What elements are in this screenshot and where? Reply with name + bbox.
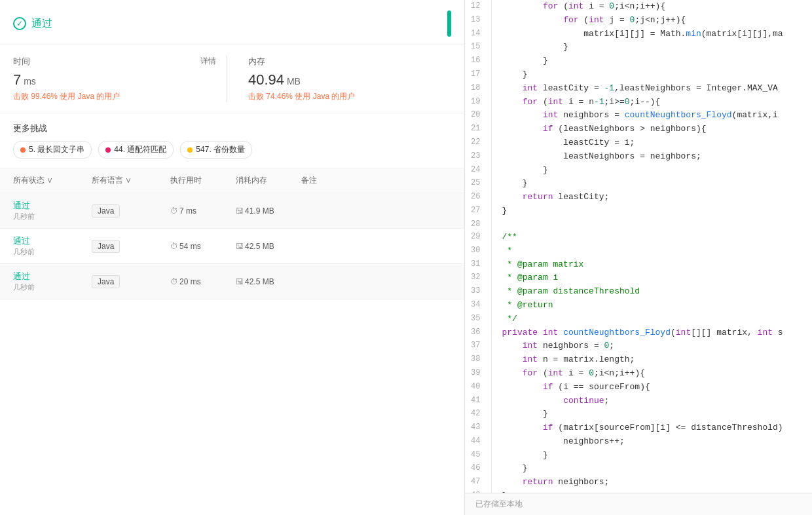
code-line-row: 13 for (int j = 0;j<n;j++){ xyxy=(465,14,812,28)
col-status-header: 所有状态 ∨ xyxy=(13,175,92,186)
status-pass: ✓ 通过 xyxy=(13,17,52,31)
line-number: 42 xyxy=(465,408,491,421)
challenge-tag-0[interactable]: 5. 最长回文子串 xyxy=(13,141,92,159)
code-content: if (matrix[sourceFrom][i] <= distanceThr… xyxy=(491,421,812,435)
code-content: leastCity = i; xyxy=(491,136,812,150)
code-area[interactable]: 12 for (int i = 0;i<n;i++){13 for (int j… xyxy=(465,0,812,493)
code-line-row: 20 int neighbors = countNeughtbors_Floyd… xyxy=(465,109,812,123)
detail-link[interactable]: 详情 xyxy=(200,56,216,67)
code-content: matrix[i][j] = Math.min(matrix[i][j],ma xyxy=(491,28,812,41)
line-number: 18 xyxy=(465,82,491,96)
line-number: 38 xyxy=(465,353,491,367)
code-line-row: 23 leastNeighbors = neighbors; xyxy=(465,150,812,164)
code-content: continue; xyxy=(491,394,812,408)
code-content: * xyxy=(491,244,812,258)
code-line-row: 29/** xyxy=(465,231,812,244)
code-line-row: 36private int countNeughtbors_Floyd(int[… xyxy=(465,326,812,340)
code-line-row: 42 } xyxy=(465,408,812,421)
code-line-row: 17 } xyxy=(465,68,812,82)
code-line-row: 32 * @param i xyxy=(465,271,812,285)
code-line-row: 45 } xyxy=(465,449,812,463)
code-content: } xyxy=(491,54,812,68)
code-line-row: 41 continue; xyxy=(465,394,812,408)
time-label: 时间 xyxy=(13,56,30,67)
sub-time-1: ⏱54 ms xyxy=(170,242,236,251)
line-number: 43 xyxy=(465,421,491,435)
code-content: return leastCity; xyxy=(491,191,812,204)
line-number: 29 xyxy=(465,231,491,244)
line-number: 33 xyxy=(465,285,491,299)
line-number: 12 xyxy=(465,0,491,14)
line-number: 24 xyxy=(465,164,491,178)
line-number: 39 xyxy=(465,367,491,381)
sub-status-0: 通过 几秒前 xyxy=(13,200,92,221)
code-content: * @param distanceThreshold xyxy=(491,285,812,299)
code-line-row: 39 for (int i = 0;i<n;i++){ xyxy=(465,367,812,381)
sub-status-2: 通过 几秒前 xyxy=(13,271,92,292)
line-number: 47 xyxy=(465,476,491,489)
time-metric: 时间 详情 7 ms 击败 99.46% 使用 Java 的用户 xyxy=(13,56,216,102)
sub-time-0: ⏱7 ms xyxy=(170,206,236,216)
code-line-row: 21 if (leastNeighbors > neighbors){ xyxy=(465,123,812,136)
code-content: */ xyxy=(491,313,812,326)
code-line-row: 27} xyxy=(465,204,812,218)
code-content: if (leastNeighbors > neighbors){ xyxy=(491,123,812,136)
code-content: neighbors++; xyxy=(491,435,812,449)
memory-label-row: 内存 xyxy=(248,56,451,67)
table-row[interactable]: 通过 几秒前 Java ⏱7 ms 🖫41.9 MB xyxy=(0,193,464,229)
line-number: 36 xyxy=(465,326,491,340)
code-line-row: 43 if (matrix[sourceFrom][i] <= distance… xyxy=(465,421,812,435)
line-number: 27 xyxy=(465,204,491,218)
sub-mem-0: 🖫41.9 MB xyxy=(236,206,301,216)
sub-mem-2: 🖫42.5 MB xyxy=(236,277,301,286)
line-number: 16 xyxy=(465,54,491,68)
col-note-header: 备注 xyxy=(301,175,451,186)
line-number: 35 xyxy=(465,313,491,326)
code-line-row: 18 int leastCity = -1,leastNeighbors = I… xyxy=(465,82,812,96)
line-number: 31 xyxy=(465,258,491,272)
code-content: /** xyxy=(491,231,812,244)
code-content: int leastCity = -1,leastNeighbors = Inte… xyxy=(491,82,812,96)
status-filter-btn[interactable]: 所有状态 ∨ xyxy=(13,175,53,186)
code-content: private int countNeughtbors_Floyd(int[][… xyxy=(491,326,812,340)
code-content: } xyxy=(491,449,812,463)
col-mem-header: 消耗内存 xyxy=(236,175,301,186)
code-content: for (int i = 0;i<n;i++){ xyxy=(491,367,812,381)
line-number: 44 xyxy=(465,435,491,449)
table-row[interactable]: 通过 几秒前 Java ⏱20 ms 🖫42.5 MB xyxy=(0,264,464,299)
code-line-row: 37 int neighbors = 0; xyxy=(465,339,812,353)
code-line-row: 33 * @param distanceThreshold xyxy=(465,285,812,299)
code-line-row: 12 for (int i = 0;i<n;i++){ xyxy=(465,0,812,14)
more-challenges: 更多挑战 5. 最长回文子串 44. 通配符匹配 547. 省份数量 xyxy=(0,113,464,168)
challenge-tag-1[interactable]: 44. 通配符匹配 xyxy=(98,141,174,159)
table-row[interactable]: 通过 几秒前 Java ⏱54 ms 🖫42.5 MB xyxy=(0,229,464,264)
code-line-row: 40 if (i == sourceFrom){ xyxy=(465,381,812,394)
dot-0 xyxy=(20,147,26,153)
code-line-row: 47 return neighbors; xyxy=(465,476,812,489)
memory-value: 40.94 MB xyxy=(248,71,451,88)
memory-metric: 内存 40.94 MB 击败 74.46% 使用 Java 的用户 xyxy=(227,56,451,102)
code-content: * @param i xyxy=(491,271,812,285)
challenge-tag-2[interactable]: 547. 省份数量 xyxy=(180,141,252,159)
code-line-row: 15 } xyxy=(465,41,812,54)
code-table: 12 for (int i = 0;i<n;i++){13 for (int j… xyxy=(465,0,812,493)
line-number: 15 xyxy=(465,41,491,54)
col-lang-header: 所有语言 ∨ xyxy=(92,175,170,186)
code-line-row: 19 for (int i = n-1;i>=0;i--){ xyxy=(465,96,812,109)
dot-2 xyxy=(187,147,193,153)
line-number: 34 xyxy=(465,299,491,313)
lang-filter-btn[interactable]: 所有语言 ∨ xyxy=(92,175,132,186)
time-label-row: 时间 详情 xyxy=(13,56,216,67)
line-number: 26 xyxy=(465,191,491,204)
line-number: 30 xyxy=(465,244,491,258)
challenge-tags: 5. 最长回文子串 44. 通配符匹配 547. 省份数量 xyxy=(13,141,451,159)
submissions-header: 所有状态 ∨ 所有语言 ∨ 执行用时 消耗内存 备注 xyxy=(0,168,464,193)
code-content: int n = matrix.length; xyxy=(491,353,812,367)
time-value: 7 ms xyxy=(13,71,216,88)
code-content: leastNeighbors = neighbors; xyxy=(491,150,812,164)
code-line-row: 31 * @param matrix xyxy=(465,258,812,272)
code-line-row: 14 matrix[i][j] = Math.min(matrix[i][j],… xyxy=(465,28,812,41)
code-line-row: 46 } xyxy=(465,462,812,476)
challenge-label-2: 547. 省份数量 xyxy=(196,144,245,155)
sub-status-1: 通过 几秒前 xyxy=(13,235,92,257)
